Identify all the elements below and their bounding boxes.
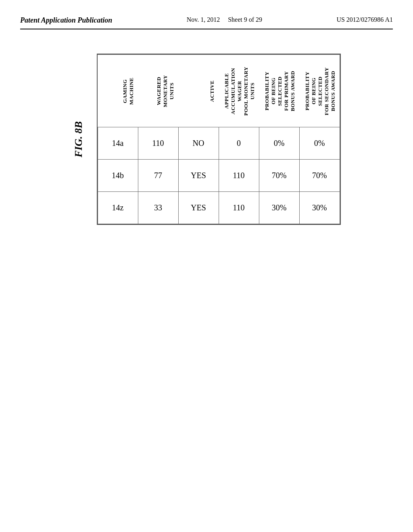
cell-prob-secondary-2: 70% (299, 160, 340, 192)
header-center: Nov. 1, 2012 Sheet 9 of 29 (187, 16, 262, 23)
main-content: FIG. 8B GAMINGMACHINE WAGEREDMONETARYUNI… (20, 54, 393, 225)
table-row: 14b 77 YES 110 70% 70% (98, 160, 340, 192)
data-table: GAMINGMACHINE WAGEREDMONETARYUNITS ACTIV… (98, 54, 340, 224)
cell-wagered-1: 110 (138, 127, 178, 160)
col-header-wagered-monetary-units: WAGEREDMONETARYUNITS (138, 55, 178, 127)
figure-label: FIG. 8B (73, 121, 85, 158)
page-container: Patent Application Publication Nov. 1, 2… (0, 0, 413, 532)
cell-prob-primary-1: 0% (259, 127, 299, 160)
cell-prob-primary-3: 30% (259, 192, 299, 224)
cell-gaming-machine-2: 14b (98, 160, 138, 192)
cell-prob-secondary-3: 30% (299, 192, 340, 224)
col-header-probability-secondary: PROBABILITYOF BEINGSELECTEDFOR SECONDARY… (299, 55, 340, 127)
col-header-probability-primary: PROBABILITYOF BEINGSELECTEDFOR PRIMARYBO… (259, 55, 299, 127)
cell-gaming-machine-3: 14z (98, 192, 138, 224)
cell-prob-primary-2: 70% (259, 160, 299, 192)
col-header-applicable-accumulation: APPLICABLEACCUMULATIONWAGERPOOL MONETARY… (219, 55, 259, 127)
cell-applicable-1: 0 (219, 127, 259, 160)
sheet-info: Sheet 9 of 29 (228, 16, 262, 23)
publication-date: Nov. 1, 2012 (187, 16, 220, 23)
col-header-active: ACTIVE (178, 55, 219, 127)
data-table-wrapper: GAMINGMACHINE WAGEREDMONETARYUNITS ACTIV… (97, 54, 341, 225)
cell-active-1: NO (178, 127, 219, 160)
page-header: Patent Application Publication Nov. 1, 2… (20, 16, 393, 29)
cell-wagered-3: 33 (138, 192, 178, 224)
publication-title: Patent Application Publication (20, 16, 112, 25)
table-header-row: GAMINGMACHINE WAGEREDMONETARYUNITS ACTIV… (98, 55, 340, 127)
cell-wagered-2: 77 (138, 160, 178, 192)
cell-active-2: YES (178, 160, 219, 192)
table-body: 14a 110 NO 0 0% 0% 14b 77 YES 110 70% 70… (98, 127, 340, 224)
col-header-gaming-machine: GAMINGMACHINE (98, 55, 138, 127)
cell-gaming-machine-1: 14a (98, 127, 138, 160)
table-row: 14a 110 NO 0 0% 0% (98, 127, 340, 160)
cell-applicable-3: 110 (219, 192, 259, 224)
table-row: 14z 33 YES 110 30% 30% (98, 192, 340, 224)
cell-applicable-2: 110 (219, 160, 259, 192)
cell-active-3: YES (178, 192, 219, 224)
patent-number: US 2012/0276986 A1 (336, 16, 393, 23)
cell-prob-secondary-1: 0% (299, 127, 340, 160)
